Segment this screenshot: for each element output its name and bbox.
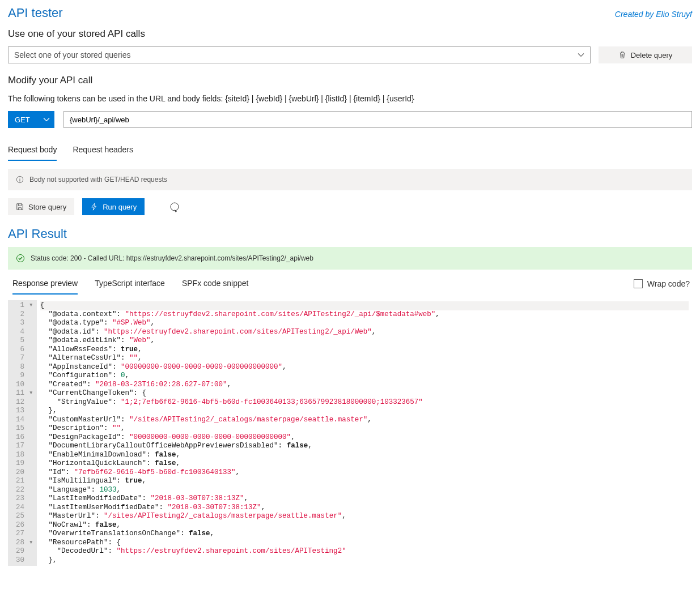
stored-query-dropdown[interactable]: Select one of your stored queries bbox=[8, 46, 591, 63]
cursor-icon bbox=[169, 202, 181, 213]
checkbox-icon bbox=[634, 279, 643, 288]
tab-request-headers[interactable]: Request headers bbox=[73, 139, 133, 161]
api-url-input[interactable] bbox=[63, 111, 692, 128]
credit-link[interactable]: Created by Elio Struyf bbox=[615, 10, 692, 19]
tab-response-preview[interactable]: Response preview bbox=[12, 273, 78, 295]
svg-point-3 bbox=[17, 255, 24, 262]
wrap-code-checkbox[interactable]: Wrap code? bbox=[634, 279, 690, 288]
page-title: API tester bbox=[8, 6, 63, 20]
lightning-icon bbox=[90, 203, 98, 211]
status-text: Status code: 200 - Called URL: https://e… bbox=[31, 254, 313, 262]
tokens-help: The following tokens can be used in the … bbox=[8, 94, 692, 103]
code-content[interactable]: { "@odata.context": "https://estruyfdev2… bbox=[37, 300, 692, 566]
tab-spfx-snippet[interactable]: SPFx code snippet bbox=[182, 273, 249, 295]
stored-calls-label: Use one of your stored API calls bbox=[8, 28, 692, 40]
code-gutter: 1 ▾ 2 3 4 5 6 7 8 9 10 11 ▾ 12 13 14 15 … bbox=[8, 300, 37, 566]
chevron-down-icon bbox=[43, 116, 50, 123]
body-info-bar: Body not supported with GET/HEAD request… bbox=[8, 169, 692, 190]
stored-query-placeholder: Select one of your stored queries bbox=[14, 50, 130, 59]
status-bar: Status code: 200 - Called URL: https://e… bbox=[8, 247, 692, 270]
check-circle-icon bbox=[16, 254, 25, 263]
store-query-label: Store query bbox=[28, 203, 66, 211]
body-info-text: Body not supported with GET/HEAD request… bbox=[29, 176, 167, 184]
info-icon bbox=[16, 176, 24, 184]
tab-request-body[interactable]: Request body bbox=[8, 139, 57, 161]
http-method-dropdown[interactable]: GET bbox=[8, 111, 54, 128]
store-query-button[interactable]: Store query bbox=[8, 198, 74, 215]
run-query-label: Run query bbox=[103, 203, 137, 211]
chevron-down-icon bbox=[578, 52, 584, 58]
delete-query-button[interactable]: Delete query bbox=[599, 46, 692, 63]
tab-typescript-interface[interactable]: TypeScript interface bbox=[95, 273, 165, 295]
run-query-button[interactable]: Run query bbox=[82, 198, 145, 215]
svg-point-1 bbox=[19, 178, 20, 178]
http-method-value: GET bbox=[15, 116, 30, 124]
trash-icon bbox=[618, 51, 626, 59]
save-icon bbox=[16, 203, 24, 211]
svg-point-2 bbox=[171, 203, 179, 211]
result-title: API Result bbox=[8, 227, 692, 241]
modify-call-label: Modify your API call bbox=[8, 75, 692, 86]
delete-query-label: Delete query bbox=[631, 51, 673, 59]
wrap-code-label: Wrap code? bbox=[647, 279, 690, 288]
